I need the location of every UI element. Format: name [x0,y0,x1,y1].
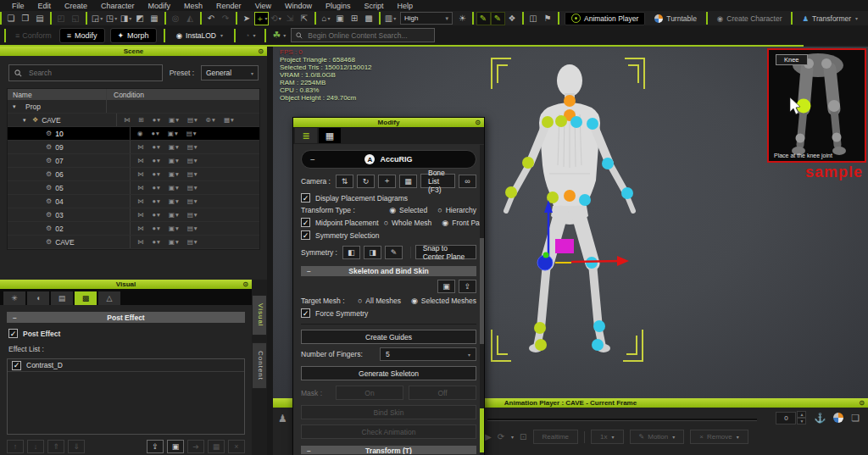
send-to-icon[interactable]: ◩ [134,13,147,25]
column-name[interactable]: Name [8,91,106,99]
menu-item[interactable]: View [248,2,278,10]
condition-icon[interactable]: ▣▾ [169,157,180,164]
bind-skin-button[interactable]: Bind Skin [301,405,476,419]
column-condition[interactable]: Condition [106,89,259,100]
condition-icon[interactable]: ▣▾ [169,238,180,246]
loop-button[interactable]: ⟳ [498,432,504,441]
menu-item[interactable]: Mesh [177,2,209,10]
scene-item-06[interactable]: ⚙ 06 ⋈●▾▣▾▤▾ [8,168,259,181]
condition-icon[interactable]: ▣▾ [169,225,180,232]
condition-icon[interactable]: ●▾ [153,225,161,232]
animation-player-button[interactable]: Animation Player [565,12,645,25]
radio-front-part[interactable]: ◉Front Part [442,219,484,227]
tab-post-effect[interactable]: ▩ [75,291,97,305]
render-image-icon[interactable]: ▦ [148,13,161,25]
modify-mode-button[interactable]: ≡ Modify [59,28,105,43]
camera-orbit-icon[interactable]: ↻ [357,175,375,188]
condition-icon[interactable]: ▣▾ [169,211,180,219]
mask-on-button[interactable]: On [336,386,403,400]
condition-icon[interactable]: ●▾ [153,197,161,205]
radio-hierarchy[interactable]: ○Hierarchy [437,206,476,214]
scene-item-10[interactable]: ⚙ 10 ◉●▾▣▾▤▾ [8,127,259,141]
condition-icon[interactable]: ▤▾ [187,211,198,219]
create-character-button[interactable]: ◉ Create Character [712,13,787,25]
preview-light-icon[interactable]: ☀ [456,13,469,25]
import-icon[interactable]: ◰ [55,13,68,25]
condition-icon[interactable]: ●▾ [153,143,161,151]
condition-icon[interactable]: ⋈ [124,116,131,124]
condition-icon[interactable]: ▣▾ [169,184,180,191]
collapse-icon[interactable]: − [307,267,311,275]
scale-tool-icon[interactable]: ⇲ [284,13,297,25]
force-symmetry-checkbox[interactable]: ✓ [301,308,310,318]
condition-icon[interactable]: ▤▾ [187,157,198,164]
menu-item[interactable]: Script [358,2,391,10]
panel-options-icon[interactable]: ⊙ [242,280,248,288]
snap-center-plane-button[interactable]: Snap to Center Plane [415,245,476,259]
radio-selected-meshes[interactable]: ◉Selected Meshes [411,297,476,305]
visual-panel-header[interactable]: Visual ⊙ [0,280,252,289]
realtime-button[interactable]: Realtime [533,430,579,444]
timeline-track[interactable] [487,419,757,421]
select-tool-icon[interactable]: ➤ [241,13,253,25]
flag-icon[interactable]: ⚑ [542,13,554,25]
panel-options-icon[interactable]: ⊙ [859,399,865,407]
radio-selected[interactable]: ◉Selected [389,206,427,214]
undo-icon[interactable]: ↶ [205,13,218,25]
move-up-button[interactable]: ⇑ [47,440,64,453]
generate-skeleton-button[interactable]: Generate Skeleton [301,366,476,380]
export-character-icon[interactable]: ◲▾ [91,13,103,25]
accurig-section-header[interactable]: − AAccuRIG [301,150,476,169]
scene-item-02[interactable]: ⚙ 02 ⋈●▾▣▾▤▾ [8,222,259,236]
condition-icon[interactable]: ⋈ [137,238,145,246]
move-top-button[interactable]: ↑ [7,440,24,453]
transform-section-bar[interactable]: − Transform (T) [301,446,476,454]
edit-motion-layer-icon[interactable]: ✎ [492,13,504,25]
scene-item-05[interactable]: ⚙ 05 ⋈●▾▣▾▤▾ [8,181,259,195]
apply-effect-button[interactable]: ➔ [187,440,204,453]
collapse-icon[interactable]: − [310,155,315,164]
play-button[interactable]: ▶ [485,432,492,441]
check-animation-button[interactable]: Check Animation [301,424,476,439]
condition-icon[interactable]: ▤▾ [187,170,198,178]
tab-lighting[interactable]: △ [98,291,120,305]
character-track-icon[interactable]: ♟ [278,413,287,424]
copy-effect-button[interactable]: ▦ [208,440,225,453]
tab-background[interactable]: ▤ [51,291,73,305]
collapse-icon[interactable]: − [307,447,311,454]
turntable-button[interactable]: Turntable [649,13,702,25]
move-down-button[interactable]: ⇓ [68,440,85,453]
content-leaf-icon[interactable]: ☘ [272,30,281,41]
condition-icon[interactable]: ▤▾ [187,197,198,205]
side-tab-visual[interactable]: Visual [252,295,267,336]
camera-dolly-icon[interactable]: ⇅ [336,175,353,188]
orbit-camera-icon[interactable] [833,413,843,423]
bone-finder-icon[interactable]: ∞ [459,175,476,188]
condition-icon[interactable]: ⋈ [137,143,145,151]
menu-item[interactable]: Edit [31,2,58,10]
scene-item-cave-child[interactable]: ⚙ CAVE ⋈●▾▣▾▤▾ [8,236,259,249]
condition-icon[interactable]: ⋈ [137,211,145,219]
export-motion-icon[interactable]: ◳▾ [105,13,118,25]
merge-icon[interactable]: ◱ [70,13,82,25]
frame-value[interactable]: 0 [776,412,796,424]
orient-tool-icon[interactable]: ⇱ [298,13,311,25]
anchor-icon[interactable]: ⚓ [814,413,826,424]
radio-all-meshes[interactable]: ○All Meshes [358,297,401,305]
save-effect-button[interactable]: ▣ [167,440,184,453]
mirror-left-icon[interactable]: ◧ [342,246,360,259]
plugin-button[interactable]: ◔ ▾ [240,31,260,40]
scene-item-09[interactable]: ⚙ 09 ⋈●▾▣▾▤▾ [8,141,259,154]
rotate-tool-icon[interactable]: ⟲▾ [270,13,282,25]
save-guides-button[interactable]: ▣ [437,280,455,293]
condition-icon[interactable]: ⋈ [137,157,145,164]
skeleton-section-bar[interactable]: − Skeleton and Bind Skin [301,266,476,276]
remove-button[interactable]: ×Remove▾ [690,430,748,444]
symmetry-edit-icon[interactable]: ✎ [385,246,403,259]
menu-item[interactable]: Help [391,2,420,10]
mask-off-button[interactable]: Off [409,386,476,400]
condition-icon[interactable]: ●▾ [152,130,160,137]
symmetry-selection-checkbox[interactable]: ✓ [301,230,310,240]
delete-effect-button[interactable]: × [228,440,245,453]
camera-record-icon[interactable]: ⊡ [520,432,526,441]
